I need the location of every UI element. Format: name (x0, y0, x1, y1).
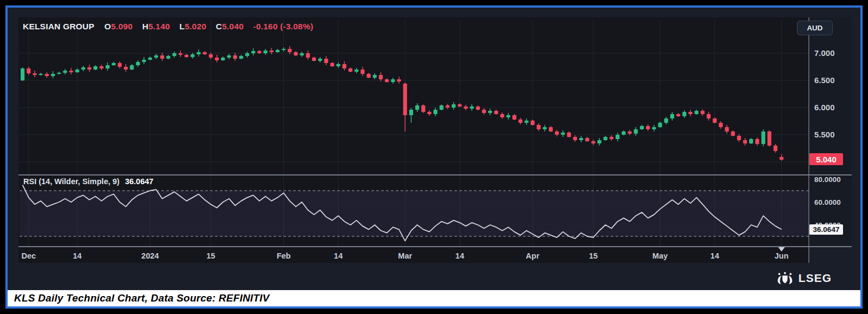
svg-text:60.0000: 60.0000 (814, 198, 841, 206)
lseg-crest-icon (776, 271, 794, 285)
chart-area: 7.0006.5006.0005.50080.000060.000040.000… (8, 8, 860, 290)
svg-text:Jun: Jun (775, 252, 789, 260)
low-value: 5.020 (185, 22, 206, 31)
rsi-value-badge: 36.0647 (809, 224, 843, 235)
svg-text:6.000: 6.000 (814, 103, 835, 112)
caption-text: KLS Daily Technical Chart, Data Source: … (14, 292, 269, 304)
high-value: 5.140 (148, 22, 170, 31)
rsi-title: RSI (14, Wilder, Simple, 9)36.0647 (23, 177, 154, 186)
svg-text:May: May (652, 252, 668, 260)
chart-panel: 7.0006.5006.0005.50080.000060.000040.000… (5, 5, 863, 309)
low-label: L (180, 22, 185, 31)
svg-text:14: 14 (334, 252, 343, 260)
change-value: -0.160 (-3.08%) (253, 22, 313, 31)
rsi-axis-labels: 80.000060.000040.0000 (814, 175, 841, 229)
svg-text:2024: 2024 (141, 252, 159, 260)
svg-text:80.0000: 80.0000 (814, 175, 841, 184)
svg-text:Apr: Apr (526, 252, 540, 260)
close-value: 5.040 (222, 22, 244, 31)
svg-text:6.500: 6.500 (814, 76, 835, 85)
close-label: C (216, 22, 222, 31)
svg-text:Mar: Mar (398, 252, 412, 260)
rsi-label: RSI (14, Wilder, Simple, 9) (23, 177, 119, 186)
svg-text:5.500: 5.500 (814, 130, 835, 139)
chart-canvas[interactable]: 7.0006.5006.0005.50080.000060.000040.000… (8, 8, 860, 290)
last-price-badge: 5.040 (809, 153, 843, 165)
svg-text:14: 14 (711, 252, 719, 260)
svg-text:Feb: Feb (277, 252, 291, 260)
lseg-wordmark: LSEG (799, 272, 832, 285)
open-value: 5.090 (111, 22, 133, 31)
symbol-name: KELSIAN GROUP (23, 22, 94, 31)
open-label: O (104, 22, 111, 31)
lseg-logo: LSEG (776, 271, 832, 286)
svg-text:14: 14 (73, 252, 81, 260)
svg-text:14: 14 (455, 252, 464, 260)
svg-text:15: 15 (589, 252, 598, 260)
svg-text:Dec: Dec (21, 252, 36, 260)
caption-bar: KLS Daily Technical Chart, Data Source: … (8, 290, 860, 306)
high-label: H (142, 22, 148, 31)
rsi-band (20, 191, 809, 236)
outer-frame: 7.0006.5006.0005.50080.000060.000040.000… (0, 0, 868, 314)
rsi-current-value: 36.0647 (125, 177, 153, 186)
currency-selector[interactable]: AUD (797, 21, 833, 35)
ohlc-header: KELSIAN GROUP O5.090 H5.140 L5.020 C5.04… (23, 22, 320, 32)
svg-text:15: 15 (206, 252, 215, 260)
svg-text:7.000: 7.000 (814, 48, 835, 58)
